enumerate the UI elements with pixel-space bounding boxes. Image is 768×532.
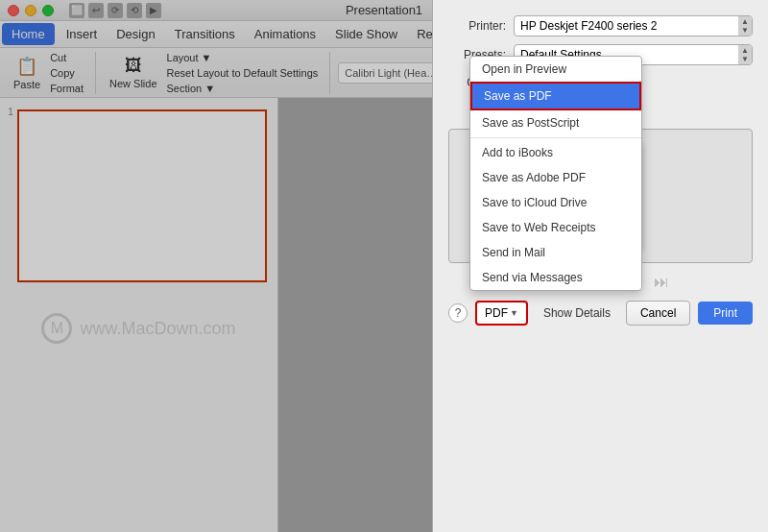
pdf-menu-save-pdf[interactable]: Save as PDF <box>470 82 641 110</box>
printer-row: Printer: HP Deskjet F2400 series 2 ▲▼ <box>448 15 753 36</box>
main-area: 1 M www.MacDown.com subtit Printer: HP D… <box>0 98 768 532</box>
pdf-menu-separator <box>470 137 641 138</box>
printer-value: HP Deskjet F2400 series 2 <box>520 19 677 33</box>
pdf-dropdown-menu: Open in Preview Save as PDF Save as Post… <box>469 56 642 291</box>
pdf-menu-save-postscript[interactable]: Save as PostScript <box>470 110 641 135</box>
cancel-button[interactable]: Cancel <box>626 301 690 326</box>
print-dialog: Printer: HP Deskjet F2400 series 2 ▲▼ Pr… <box>0 0 768 532</box>
nav-last-button[interactable]: ⏭ <box>650 272 673 293</box>
pdf-menu-save-web-receipts[interactable]: Save to Web Receipts <box>470 215 641 240</box>
printer-select[interactable]: HP Deskjet F2400 series 2 ▲▼ <box>514 15 753 36</box>
pdf-menu-save-icloud[interactable]: Save to iCloud Drive <box>470 190 641 215</box>
printer-label: Printer: <box>448 19 506 33</box>
print-panel: Printer: HP Deskjet F2400 series 2 ▲▼ Pr… <box>432 0 768 532</box>
pdf-menu-open-preview[interactable]: Open in Preview <box>470 57 641 82</box>
pdf-menu-add-ibooks[interactable]: Add to iBooks <box>470 140 641 165</box>
printer-arrows: ▲▼ <box>738 16 752 36</box>
pdf-arrow-icon: ▼ <box>510 308 518 318</box>
print-bottom-bar: ? PDF ▼ Show Details Cancel Print Open i… <box>448 301 753 326</box>
pdf-menu-send-messages[interactable]: Send via Messages <box>470 265 641 290</box>
help-button[interactable]: ? <box>448 303 468 323</box>
pdf-menu-save-adobe[interactable]: Save as Adobe PDF <box>470 165 641 190</box>
print-button[interactable]: Print <box>698 302 753 325</box>
pdf-button[interactable]: PDF ▼ <box>475 301 528 326</box>
pdf-menu-send-mail[interactable]: Send in Mail <box>470 240 641 265</box>
presets-arrows: ▲▼ <box>738 45 752 64</box>
pdf-label: PDF <box>485 306 508 320</box>
show-details-button[interactable]: Show Details <box>536 306 618 320</box>
